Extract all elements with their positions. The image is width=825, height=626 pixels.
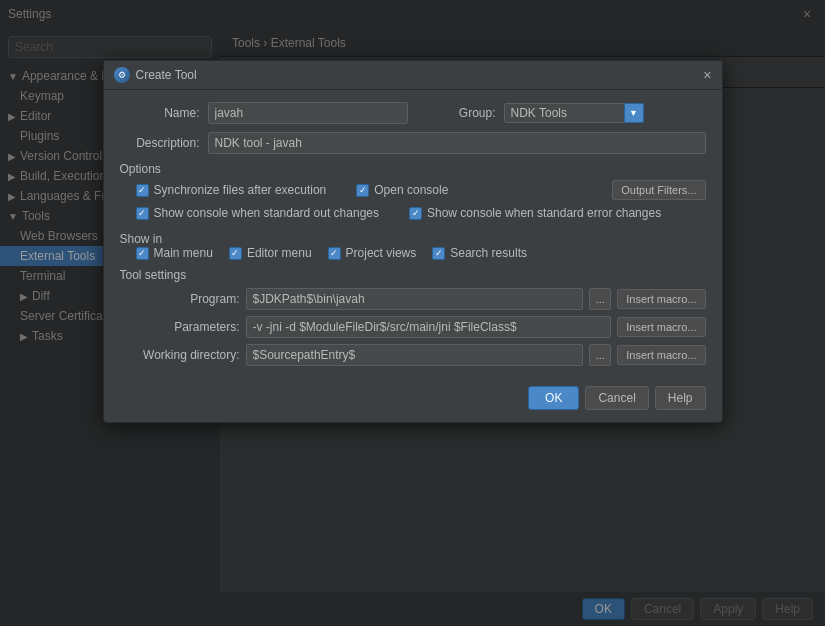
show-console-stderr-label: Show console when standard error changes (427, 206, 661, 220)
show-in-section: Show in Main menu Editor menu Project (120, 232, 706, 260)
search-results-item: Search results (432, 246, 527, 260)
help-button[interactable]: Help (655, 386, 706, 410)
settings-window: Settings × ▼Appearance & BehaviorKeymap▶… (0, 0, 825, 626)
working-dir-insert-macro-button[interactable]: Insert macro... (617, 345, 705, 365)
group-select[interactable]: NDK ToolsDefaultCustom (504, 103, 644, 123)
show-in-row: Main menu Editor menu Project views (120, 246, 706, 260)
show-console-stdout-checkbox[interactable] (136, 207, 149, 220)
options-row-2: Show console when standard out changes S… (136, 206, 706, 220)
editor-menu-label: Editor menu (247, 246, 312, 260)
main-menu-item: Main menu (136, 246, 213, 260)
group-select-wrapper: NDK ToolsDefaultCustom ▼ (504, 103, 644, 123)
description-label: Description: (120, 136, 200, 150)
options-label: Options (120, 162, 161, 176)
options-grid: Synchronize files after execution Open c… (120, 176, 706, 224)
working-dir-input[interactable] (246, 344, 584, 366)
modal-close-button[interactable]: × (703, 67, 711, 83)
modal-titlebar: ⚙ Create Tool × (104, 61, 722, 90)
program-row: Program: ... Insert macro... (120, 288, 706, 310)
program-input[interactable] (246, 288, 584, 310)
modal-icon: ⚙ (114, 67, 130, 83)
output-filters-button[interactable]: Output Filters... (612, 180, 705, 200)
description-row: Description: (120, 132, 706, 154)
show-console-stderr-item: Show console when standard error changes (409, 206, 661, 220)
parameters-input[interactable] (246, 316, 612, 338)
description-input[interactable] (208, 132, 706, 154)
sync-files-label: Synchronize files after execution (154, 183, 327, 197)
modal-title-area: ⚙ Create Tool (114, 67, 197, 83)
program-label: Program: (120, 292, 240, 306)
search-results-checkbox[interactable] (432, 247, 445, 260)
options-row-1: Synchronize files after execution Open c… (136, 180, 706, 200)
project-views-label: Project views (346, 246, 417, 260)
name-input[interactable] (208, 102, 408, 124)
parameters-label: Parameters: (120, 320, 240, 334)
show-in-label: Show in (120, 232, 163, 246)
show-console-stderr-checkbox[interactable] (409, 207, 422, 220)
name-group-row: Name: Group: NDK ToolsDefaultCustom ▼ (120, 102, 706, 124)
search-results-label: Search results (450, 246, 527, 260)
open-console-label: Open console (374, 183, 448, 197)
editor-menu-item: Editor menu (229, 246, 312, 260)
main-menu-checkbox[interactable] (136, 247, 149, 260)
modal-footer: OK Cancel Help (104, 378, 722, 422)
sync-files-item: Synchronize files after execution (136, 183, 327, 197)
group-label: Group: (416, 106, 496, 120)
modal-body: Name: Group: NDK ToolsDefaultCustom ▼ De… (104, 90, 722, 378)
editor-menu-checkbox[interactable] (229, 247, 242, 260)
modal-overlay: ⚙ Create Tool × Name: Group: NDK ToolsDe… (0, 0, 825, 626)
main-menu-label: Main menu (154, 246, 213, 260)
working-dir-row: Working directory: ... Insert macro... (120, 344, 706, 366)
program-browse-button[interactable]: ... (589, 288, 611, 310)
tool-settings-section: Tool settings Program: ... Insert macro.… (120, 268, 706, 366)
tool-settings-label: Tool settings (120, 268, 187, 282)
working-dir-browse-button[interactable]: ... (589, 344, 611, 366)
show-console-stdout-item: Show console when standard out changes (136, 206, 380, 220)
show-console-stdout-label: Show console when standard out changes (154, 206, 380, 220)
tool-settings-grid: Program: ... Insert macro... Parameters:… (120, 288, 706, 366)
name-label: Name: (120, 106, 200, 120)
create-tool-modal: ⚙ Create Tool × Name: Group: NDK ToolsDe… (103, 60, 723, 423)
open-console-checkbox[interactable] (356, 184, 369, 197)
cancel-button[interactable]: Cancel (585, 386, 648, 410)
working-dir-label: Working directory: (120, 348, 240, 362)
options-section: Options Synchronize files after executio… (120, 162, 706, 224)
program-insert-macro-button[interactable]: Insert macro... (617, 289, 705, 309)
open-console-item: Open console (356, 183, 448, 197)
ok-button[interactable]: OK (528, 386, 579, 410)
parameters-row: Parameters: Insert macro... (120, 316, 706, 338)
project-views-item: Project views (328, 246, 417, 260)
parameters-insert-macro-button[interactable]: Insert macro... (617, 317, 705, 337)
modal-title-text: Create Tool (136, 68, 197, 82)
sync-files-checkbox[interactable] (136, 184, 149, 197)
project-views-checkbox[interactable] (328, 247, 341, 260)
